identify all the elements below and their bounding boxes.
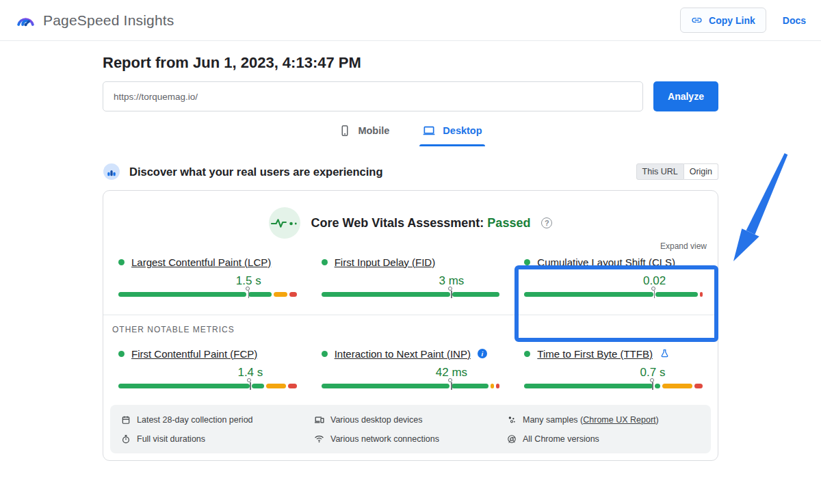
docs-link[interactable]: Docs: [783, 15, 806, 26]
metric-link[interactable]: First Contentful Paint (FCP): [131, 348, 257, 360]
flask-icon[interactable]: [660, 349, 670, 359]
chrome-icon: [507, 434, 517, 444]
metric-value: 0.7 s: [640, 366, 666, 380]
scope-toggle: This URL Origin: [636, 163, 718, 180]
metric-distribution-bar: [524, 384, 703, 388]
info-icon[interactable]: i: [478, 349, 487, 358]
core-metrics-grid: Largest Contentful Paint (LCP) 1.5 s Fir…: [103, 251, 718, 315]
metric-distribution-bar: [322, 384, 500, 388]
other-metrics-heading: OTHER NOTABLE METRICS: [112, 325, 718, 334]
footnote-samples: Many samples (Chrome UX Report): [507, 414, 700, 425]
footnote-devices: Various desktop devices: [314, 414, 507, 425]
device-tabs: Mobile Desktop: [103, 124, 718, 146]
pagespeed-insights-page: PageSpeed Insights Copy Link Docs Report…: [0, 0, 821, 504]
metric-status-dot: [524, 259, 530, 265]
scope-origin[interactable]: Origin: [684, 163, 718, 180]
metric-link[interactable]: Interaction to Next Paint (INP): [335, 348, 471, 360]
metric-status-dot: [524, 351, 530, 357]
metric-link[interactable]: Time to First Byte (TTFB): [537, 348, 653, 360]
data-source-footnotes: Latest 28-day collection period Various …: [110, 405, 711, 453]
scope-this-url[interactable]: This URL: [636, 163, 684, 180]
stopwatch-icon: [121, 434, 131, 444]
metric: First Contentful Paint (FCP) 1.4 s: [118, 345, 297, 388]
metric-status-dot: [322, 259, 328, 265]
metric: Largest Contentful Paint (LCP) 1.5 s: [118, 254, 297, 297]
footnote-collection-period: Latest 28-day collection period: [121, 414, 314, 425]
footnote-chrome-versions: All Chrome versions: [507, 434, 700, 444]
metric-link[interactable]: Cumulative Layout Shift (CLS): [537, 256, 675, 268]
metric-value: 3 ms: [439, 274, 465, 288]
metric-link[interactable]: Largest Contentful Paint (LCP): [131, 256, 271, 268]
report-title: Report from Jun 1, 2023, 4:13:47 PM: [103, 54, 718, 72]
devices-icon: [314, 414, 324, 425]
copy-link-button[interactable]: Copy Link: [680, 8, 766, 33]
metric-value: 1.5 s: [236, 274, 261, 288]
metric-distribution-bar: [118, 384, 297, 388]
top-bar: PageSpeed Insights Copy Link Docs: [0, 0, 821, 41]
real-users-icon: [103, 163, 120, 181]
app-logo[interactable]: PageSpeed Insights: [15, 10, 174, 31]
metric: Cumulative Layout Shift (CLS) 0.02: [524, 254, 703, 297]
tab-mobile-label: Mobile: [358, 125, 389, 136]
metric-value: 0.02: [643, 274, 666, 288]
assessment-result: Passed: [487, 216, 530, 230]
phone-icon: [339, 124, 351, 137]
field-data-card: Core Web Vitals Assessment: Passed ? Exp…: [103, 190, 718, 461]
tab-desktop[interactable]: Desktop: [422, 124, 482, 146]
analyze-button[interactable]: Analyze: [653, 81, 718, 111]
tab-desktop-label: Desktop: [443, 125, 482, 136]
metric: First Input Delay (FID) 3 ms: [322, 254, 500, 297]
laptop-icon: [422, 124, 436, 137]
assessment-label: Core Web Vitals Assessment:: [311, 216, 484, 230]
metric-status-dot: [118, 259, 125, 265]
link-icon: [691, 14, 703, 26]
wifi-icon: [314, 434, 324, 444]
expand-view-button[interactable]: Expand view: [103, 241, 718, 251]
core-web-vitals-icon: [269, 207, 300, 239]
pagespeed-gauge-icon: [15, 10, 36, 31]
other-metrics-grid: First Contentful Paint (FCP) 1.4 s Inter…: [103, 334, 718, 403]
metric: Interaction to Next Paint (INP) i 42 ms: [322, 345, 500, 388]
annotation-arrow: [715, 145, 797, 268]
metric-value: 42 ms: [436, 366, 467, 380]
metric-distribution-bar: [322, 292, 500, 297]
app-title: PageSpeed Insights: [43, 12, 174, 29]
footnote-visit-durations: Full visit durations: [121, 434, 314, 444]
tab-mobile[interactable]: Mobile: [339, 124, 389, 146]
field-data-heading: Discover what your real users are experi…: [129, 165, 383, 178]
metric-status-dot: [118, 351, 125, 357]
metric-status-dot: [322, 351, 328, 357]
metric-value: 1.4 s: [237, 366, 263, 380]
footnote-network: Various network connections: [314, 434, 507, 444]
assessment-title: Core Web Vitals Assessment: Passed: [311, 216, 531, 230]
chrome-ux-report-link[interactable]: Chrome UX Report: [583, 415, 655, 425]
metric-distribution-bar: [524, 292, 703, 297]
samples-icon: [507, 415, 517, 425]
calendar-icon: [121, 415, 131, 425]
metric: Time to First Byte (TTFB) 0.7 s: [524, 345, 703, 388]
metric-distribution-bar: [118, 292, 297, 297]
copy-link-label: Copy Link: [709, 15, 755, 26]
url-input[interactable]: [103, 81, 643, 111]
help-icon[interactable]: ?: [541, 217, 552, 228]
metric-link[interactable]: First Input Delay (FID): [335, 256, 436, 268]
other-metrics-section: OTHER NOTABLE METRICS: [103, 315, 718, 334]
